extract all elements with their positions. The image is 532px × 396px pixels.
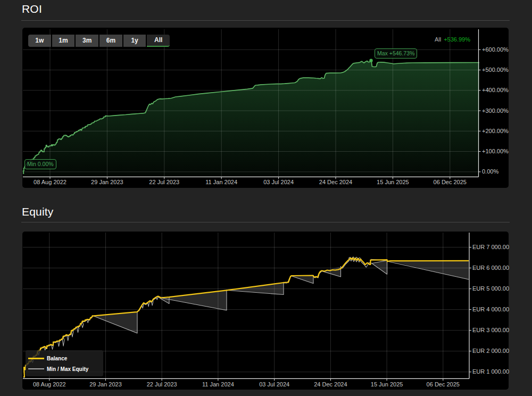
svg-text:15 Jun 2025: 15 Jun 2025 bbox=[377, 179, 409, 185]
svg-text:EUR 2 000.00: EUR 2 000.00 bbox=[472, 348, 509, 354]
svg-text:29 Jan 2023: 29 Jan 2023 bbox=[89, 381, 122, 387]
svg-text:11 Jan 2024: 11 Jan 2024 bbox=[202, 381, 234, 387]
svg-text:+100.00%: +100.00% bbox=[482, 148, 509, 154]
svg-text:+600.00%: +600.00% bbox=[482, 46, 509, 53]
svg-text:EUR 7 000.00: EUR 7 000.00 bbox=[472, 244, 509, 250]
svg-text:EUR 4 000.00: EUR 4 000.00 bbox=[472, 306, 509, 312]
svg-text:24 Dec 2024: 24 Dec 2024 bbox=[319, 179, 352, 185]
svg-text:08 Aug 2022: 08 Aug 2022 bbox=[33, 381, 66, 387]
svg-text:06 Dec 2025: 06 Dec 2025 bbox=[434, 179, 467, 185]
svg-text:22 Jul 2023: 22 Jul 2023 bbox=[147, 381, 177, 387]
svg-text:08 Aug 2022: 08 Aug 2022 bbox=[34, 179, 66, 185]
svg-text:+500.00%: +500.00% bbox=[482, 67, 509, 73]
svg-text:EUR 6 000.00: EUR 6 000.00 bbox=[472, 265, 509, 271]
svg-text:03 Jul 2024: 03 Jul 2024 bbox=[259, 381, 289, 387]
svg-text:15 Jun 2025: 15 Jun 2025 bbox=[371, 381, 403, 387]
svg-text:EUR 1 000.00: EUR 1 000.00 bbox=[472, 368, 509, 375]
svg-text:0.00%: 0.00% bbox=[482, 168, 498, 175]
svg-text:06 Dec 2025: 06 Dec 2025 bbox=[427, 381, 460, 387]
svg-text:24 Dec 2024: 24 Dec 2024 bbox=[314, 381, 347, 387]
svg-text:11 Jan 2024: 11 Jan 2024 bbox=[205, 179, 237, 185]
svg-text:+200.00%: +200.00% bbox=[482, 128, 509, 134]
svg-text:29 Jan 2023: 29 Jan 2023 bbox=[91, 179, 123, 185]
svg-text:03 Jul 2024: 03 Jul 2024 bbox=[263, 179, 294, 185]
svg-text:22 Jul 2023: 22 Jul 2023 bbox=[149, 179, 179, 185]
svg-text:EUR 3 000.00: EUR 3 000.00 bbox=[472, 327, 509, 333]
svg-text:+300.00%: +300.00% bbox=[482, 108, 509, 114]
svg-text:+400.00%: +400.00% bbox=[482, 87, 509, 93]
svg-text:EUR 5 000.00: EUR 5 000.00 bbox=[472, 285, 509, 292]
